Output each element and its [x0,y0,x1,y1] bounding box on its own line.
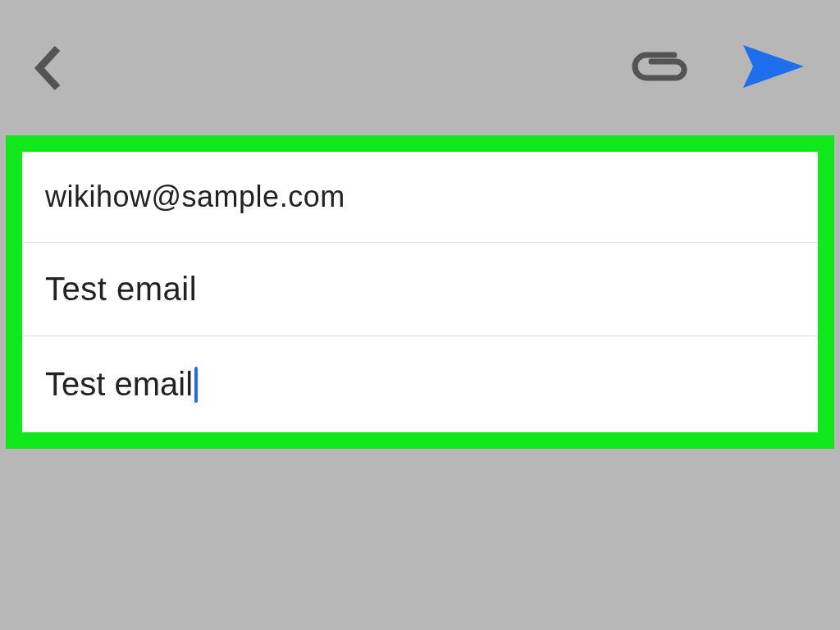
compose-highlight: wikihow@sample.com Test email Test email [6,135,834,449]
to-field[interactable]: wikihow@sample.com [22,152,818,243]
body-field[interactable]: Test email [22,336,818,432]
send-icon [742,42,807,91]
attach-button[interactable] [628,49,692,87]
subject-field[interactable]: Test email [22,243,818,336]
toolbar [0,0,840,135]
toolbar-right [628,42,807,94]
subject-value: Test email [45,271,197,307]
text-cursor [194,367,198,403]
compose-fields: wikihow@sample.com Test email Test email [22,152,818,432]
paperclip-icon [628,49,692,84]
body-value: Test email [45,366,193,403]
send-button[interactable] [742,42,807,94]
chevron-left-icon [33,43,66,93]
back-button[interactable] [33,43,66,93]
to-value: wikihow@sample.com [45,180,345,213]
toolbar-left [33,43,66,93]
